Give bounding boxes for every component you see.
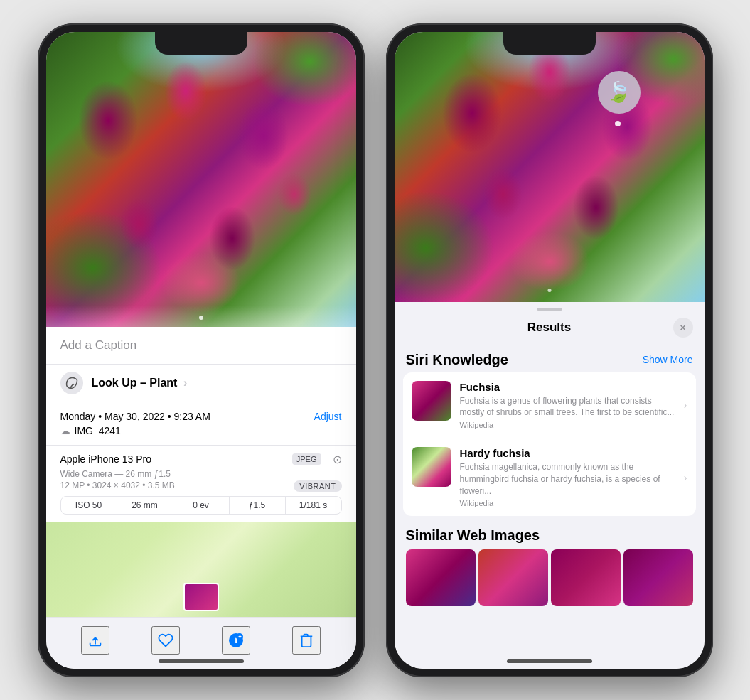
- right-phone: 🍃 Results × Siri Knowledge Show More: [386, 23, 713, 677]
- hardy-description: Fuchsia magellanica, commonly known as t…: [460, 461, 678, 497]
- right-home-indicator: [507, 659, 592, 663]
- hardy-title: Hardy fuchsia: [460, 447, 678, 459]
- vibrant-badge: VIBRANT: [294, 480, 341, 492]
- siri-dot: [615, 121, 621, 126]
- flower-photo-right[interactable]: 🍃: [395, 32, 705, 302]
- device-row: Apple iPhone 13 Pro JPEG ⊙: [60, 453, 342, 466]
- similar-images-row: [406, 549, 693, 606]
- similar-title: Similar Web Images: [406, 527, 693, 544]
- exif-iso: ISO 50: [61, 497, 117, 514]
- lookup-chevron: ›: [183, 377, 187, 389]
- lookup-icon: [60, 372, 83, 394]
- map-section[interactable]: [46, 522, 356, 617]
- info-icon: i ✦: [227, 632, 245, 649]
- lookup-text: Look Up – Plant ›: [92, 377, 188, 389]
- notch: [155, 32, 247, 55]
- hardy-source: Wikipedia: [460, 499, 678, 507]
- filename-text: IMG_4241: [75, 425, 121, 436]
- show-more-button[interactable]: Show More: [643, 354, 693, 365]
- fuchsia-title: Fuchsia: [460, 381, 678, 393]
- right-phone-screen: 🍃 Results × Siri Knowledge Show More: [395, 32, 705, 669]
- exif-shutter: 1/181 s: [286, 497, 341, 514]
- device-section: Apple iPhone 13 Pro JPEG ⊙ Wide Camera —…: [46, 446, 356, 522]
- date-section: Monday • May 30, 2022 • 9:23 AM Adjust ☁…: [46, 402, 356, 446]
- photos-app: Add a Caption Look Up – Plant ›: [46, 32, 356, 669]
- format-badge: JPEG: [292, 453, 321, 465]
- trash-icon: [299, 632, 314, 648]
- location-icon: ⊙: [333, 453, 342, 466]
- hardy-chevron: ›: [684, 472, 687, 483]
- photo-thumbnail: [183, 583, 219, 611]
- results-header: Results ×: [395, 311, 705, 343]
- device-name: Apple iPhone 13 Pro: [60, 453, 151, 465]
- siri-bubble: 🍃: [598, 71, 641, 114]
- results-title: Results: [426, 321, 673, 335]
- siri-leaf-icon: 🍃: [606, 80, 631, 104]
- delete-button[interactable]: [292, 626, 321, 655]
- visual-lookup-app: 🍃 Results × Siri Knowledge Show More: [395, 32, 705, 669]
- favorite-button[interactable]: [151, 626, 180, 655]
- flower-photo[interactable]: [46, 32, 356, 327]
- fuchsia-item[interactable]: Fuchsia Fuchsia is a genus of flowering …: [403, 372, 696, 439]
- fuchsia-description: Fuchsia is a genus of flowering plants t…: [460, 395, 678, 419]
- date-text: Monday • May 30, 2022 • 9:23 AM: [60, 411, 210, 422]
- resolution-text: 12 MP • 3024 × 4032 • 3.5 MB: [60, 480, 175, 490]
- home-indicator: [159, 659, 244, 663]
- adjust-button[interactable]: Adjust: [314, 411, 342, 422]
- share-icon: [87, 632, 103, 648]
- cloud-icon: ☁: [60, 425, 70, 436]
- page-dot: [199, 316, 203, 320]
- similar-image-4[interactable]: [623, 549, 693, 606]
- hardy-thumbnail: [412, 447, 451, 487]
- right-notch: [503, 32, 596, 55]
- siri-knowledge-header: Siri Knowledge Show More: [395, 343, 705, 372]
- resolution-row: 12 MP • 3024 × 4032 • 3.5 MB VIBRANT: [60, 480, 342, 492]
- share-button[interactable]: [81, 626, 109, 655]
- date-row: Monday • May 30, 2022 • 9:23 AM Adjust: [60, 411, 342, 422]
- similar-image-3[interactable]: [551, 549, 621, 606]
- hardy-fuchsia-item[interactable]: Hardy fuchsia Fuchsia magellanica, commo…: [403, 438, 696, 516]
- leaf-icon: [65, 377, 78, 389]
- filename-row: ☁ IMG_4241: [60, 425, 342, 436]
- caption-area[interactable]: Add a Caption: [46, 327, 356, 365]
- fuchsia-chevron: ›: [684, 399, 687, 411]
- lookup-label: Look Up –: [92, 377, 146, 389]
- close-button[interactable]: ×: [673, 318, 693, 338]
- fuchsia-thumbnail: [412, 381, 451, 421]
- left-phone: Add a Caption Look Up – Plant ›: [38, 23, 365, 677]
- exif-focal: 26 mm: [117, 497, 173, 514]
- left-phone-screen: Add a Caption Look Up – Plant ›: [46, 32, 356, 669]
- hardy-content: Hardy fuchsia Fuchsia magellanica, commo…: [460, 447, 678, 507]
- svg-text:✦: ✦: [237, 634, 242, 640]
- camera-specs: Wide Camera — 26 mm ƒ1.5: [60, 469, 342, 479]
- knowledge-card: Fuchsia Fuchsia is a genus of flowering …: [403, 372, 696, 517]
- similar-section: Similar Web Images: [395, 522, 705, 610]
- results-panel: Results × Siri Knowledge Show More Fuchs…: [395, 302, 705, 669]
- page-dot-right: [547, 289, 551, 292]
- exif-ev: 0 ev: [173, 497, 230, 514]
- similar-image-2[interactable]: [478, 549, 548, 606]
- fuchsia-source: Wikipedia: [460, 421, 678, 429]
- caption-placeholder[interactable]: Add a Caption: [60, 338, 137, 352]
- similar-image-1[interactable]: [406, 549, 476, 606]
- heart-icon: [158, 632, 173, 648]
- siri-knowledge-title: Siri Knowledge: [406, 352, 508, 368]
- exif-aperture: ƒ1.5: [230, 497, 286, 514]
- exif-row: ISO 50 26 mm 0 ev ƒ1.5 1/181 s: [60, 496, 342, 515]
- info-button[interactable]: i ✦: [222, 626, 250, 655]
- lookup-row[interactable]: Look Up – Plant ›: [46, 365, 356, 402]
- lookup-subject: Plant: [149, 377, 177, 389]
- device-icons: JPEG ⊙: [292, 453, 342, 466]
- fuchsia-content: Fuchsia Fuchsia is a genus of flowering …: [460, 381, 678, 430]
